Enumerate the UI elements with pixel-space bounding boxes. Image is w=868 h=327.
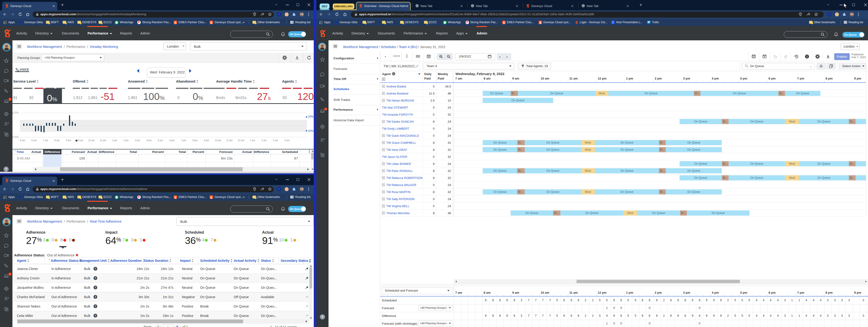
svg-text:?: ? — [95, 296, 96, 298]
svg-text:?: ? — [95, 314, 96, 317]
svg-text:?: ? — [95, 305, 96, 308]
svg-text:?: ? — [95, 277, 96, 280]
svg-text:?: ? — [95, 267, 96, 270]
svg-text:?: ? — [95, 286, 96, 289]
